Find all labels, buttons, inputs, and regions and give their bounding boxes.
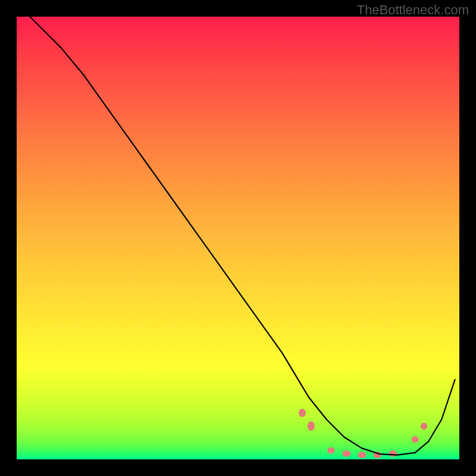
data-marker	[389, 450, 397, 457]
watermark-text: TheBottleneck.com	[357, 2, 469, 18]
chart-plot-area	[17, 17, 459, 459]
data-marker	[299, 409, 306, 417]
data-marker	[358, 452, 366, 458]
data-marker	[308, 421, 315, 431]
bottleneck-curve-line	[30, 17, 455, 455]
markers-group	[299, 409, 427, 458]
chart-svg	[17, 17, 459, 459]
data-marker	[342, 450, 350, 457]
data-marker	[327, 447, 334, 454]
data-marker	[412, 436, 419, 443]
data-marker	[421, 422, 427, 430]
